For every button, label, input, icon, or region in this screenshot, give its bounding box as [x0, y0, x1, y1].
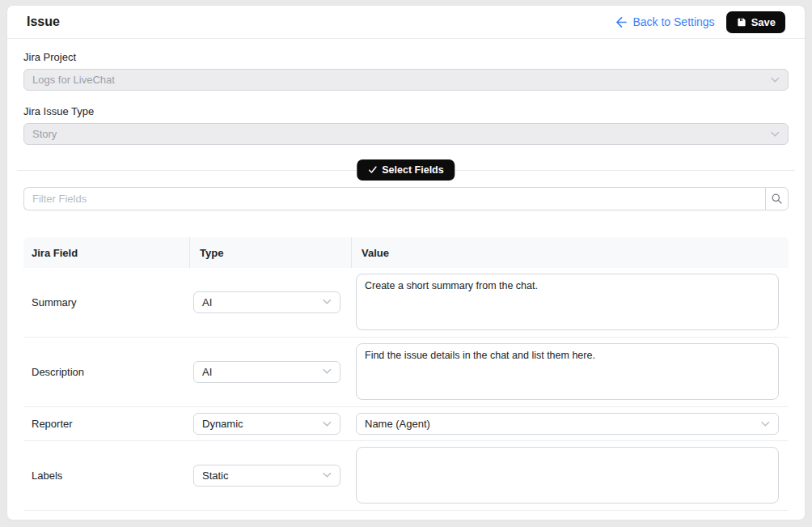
search-icon — [771, 193, 783, 205]
table-header-row: Jira Field Type Value — [23, 237, 789, 268]
col-header-jira-field: Jira Field — [23, 237, 189, 268]
field-name: Labels — [23, 447, 189, 504]
jira-issue-type-label: Jira Issue Type — [23, 105, 789, 117]
type-select[interactable]: Static — [193, 465, 340, 487]
filter-search-button[interactable] — [765, 187, 789, 210]
jira-issue-type-select[interactable]: Story — [23, 123, 789, 145]
value-cell: Name (Agent) — [351, 413, 789, 435]
chevron-down-icon — [771, 131, 780, 137]
value-select[interactable]: Name (Agent) — [356, 413, 779, 435]
check-icon — [368, 166, 377, 174]
back-to-settings-link[interactable]: Back to Settings — [615, 15, 714, 28]
chevron-down-icon — [323, 473, 332, 478]
field-name: Summary — [23, 274, 189, 330]
jira-project-label: Jira Project — [23, 51, 789, 63]
jira-project-select[interactable]: Logs for LiveChat — [23, 69, 789, 91]
card-header: Issue Back to Settings Save — [7, 6, 805, 39]
filter-group — [23, 187, 789, 210]
fields-table: Jira Field Type Value Summary AI Create … — [23, 237, 789, 511]
card-body: Jira Project Logs for LiveChat Jira Issu… — [7, 39, 805, 511]
type-select-value: AI — [202, 366, 212, 378]
type-select-value: Dynamic — [202, 418, 243, 430]
type-select-value: Static — [202, 470, 229, 482]
type-cell: AI — [189, 343, 351, 400]
table-row-reporter: Reporter Dynamic Name (Agent) — [23, 407, 789, 441]
type-select[interactable]: Dynamic — [193, 413, 340, 435]
select-fields-divider: Select Fields — [17, 159, 795, 181]
field-name: Description — [23, 343, 189, 400]
save-button[interactable]: Save — [726, 11, 785, 33]
select-fields-button[interactable]: Select Fields — [357, 159, 455, 181]
chevron-down-icon — [323, 300, 332, 305]
save-button-label: Save — [751, 16, 776, 28]
type-cell: Dynamic — [189, 413, 351, 435]
header-actions: Back to Settings Save — [615, 11, 785, 33]
chevron-down-icon — [323, 369, 332, 375]
select-fields-label: Select Fields — [382, 164, 443, 176]
field-name: Reporter — [23, 413, 189, 435]
value-textarea[interactable] — [356, 447, 779, 504]
type-select[interactable]: AI — [193, 361, 340, 383]
jira-project-value: Logs for LiveChat — [32, 74, 115, 86]
save-icon — [736, 17, 746, 28]
page-title: Issue — [27, 15, 60, 29]
value-cell: Create a short summary from the chat. — [351, 274, 789, 330]
type-cell: Static — [189, 447, 351, 504]
value-textarea[interactable]: Find the issue details in the chat and l… — [356, 343, 779, 400]
type-select[interactable]: AI — [193, 291, 340, 313]
back-link-label: Back to Settings — [632, 15, 714, 28]
table-row-description: Description AI Find the issue details in… — [23, 338, 789, 407]
chevron-down-icon — [771, 77, 780, 83]
value-cell — [351, 447, 789, 504]
type-select-value: AI — [202, 296, 212, 308]
value-cell: Find the issue details in the chat and l… — [351, 343, 789, 400]
chevron-down-icon — [323, 421, 332, 427]
chevron-down-icon — [761, 421, 770, 427]
value-select-value: Name (Agent) — [365, 418, 430, 430]
value-textarea[interactable]: Create a short summary from the chat. — [356, 274, 779, 330]
col-header-type: Type — [189, 237, 351, 268]
back-arrow-icon — [615, 17, 628, 28]
issue-settings-card: Issue Back to Settings Save Jira Project… — [6, 5, 806, 521]
jira-issue-type-value: Story — [32, 128, 57, 140]
type-cell: AI — [189, 274, 351, 330]
filter-fields-input[interactable] — [23, 187, 765, 210]
table-row-summary: Summary AI Create a short summary from t… — [23, 268, 789, 338]
col-header-value: Value — [351, 237, 789, 268]
table-row-labels: Labels Static — [23, 441, 789, 511]
